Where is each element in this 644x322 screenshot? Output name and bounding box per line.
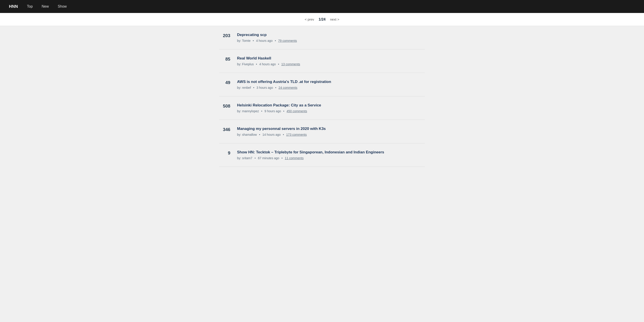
story-title[interactable]: Real World Haskell bbox=[237, 56, 425, 60]
story-comments-link[interactable]: 450 comments bbox=[286, 109, 307, 113]
story-meta: by: renbef • 3 hours ago • 24 comments bbox=[237, 86, 425, 90]
nav-brand[interactable]: HNN bbox=[9, 4, 18, 9]
story-time: 4 hours ago bbox=[259, 62, 276, 66]
story-time: 67 minutes ago bbox=[258, 156, 279, 160]
story-author: Tomte bbox=[242, 39, 250, 42]
pagination-next-button[interactable]: next > bbox=[330, 18, 339, 21]
story-item: 346 Managing my personnal servers in 202… bbox=[219, 120, 425, 143]
story-score: 9 bbox=[219, 150, 237, 156]
story-score: 346 bbox=[219, 126, 237, 132]
story-score: 49 bbox=[219, 80, 237, 85]
story-meta: by: Fiveplus • 4 hours ago • 13 comments bbox=[237, 62, 425, 66]
pagination-current: 1/24 bbox=[319, 18, 326, 22]
story-item: 85 Real World Haskell by: Fiveplus • 4 h… bbox=[219, 50, 425, 73]
story-time: 3 hours ago bbox=[256, 86, 273, 90]
story-author: Fiveplus bbox=[242, 62, 254, 66]
pagination-bar: < prev 1/24 next > bbox=[0, 13, 644, 26]
story-author: mannylopez bbox=[242, 109, 259, 113]
story-author: sritam7 bbox=[242, 156, 252, 160]
story-content: Helsinki Relocation Package: City as a S… bbox=[237, 103, 425, 113]
story-comments-link[interactable]: 79 comments bbox=[278, 39, 297, 42]
story-title[interactable]: Managing my personnal servers in 2020 wi… bbox=[237, 126, 425, 131]
story-item: 9 Show HN: Tecktok – Triplebyte for Sing… bbox=[219, 143, 425, 167]
navbar: HNN Top New Show bbox=[0, 0, 644, 13]
nav-item-show[interactable]: Show bbox=[58, 4, 67, 8]
story-comments-link[interactable]: 173 comments bbox=[286, 133, 307, 136]
story-score: 203 bbox=[219, 33, 237, 38]
story-content: Show HN: Tecktok – Triplebyte for Singap… bbox=[237, 150, 425, 160]
story-author: renbef bbox=[242, 86, 251, 90]
story-content: AWS is not offering Austria's TLD .at fo… bbox=[237, 80, 425, 90]
story-title[interactable]: Deprecating scp bbox=[237, 33, 425, 37]
nav-item-top[interactable]: Top bbox=[27, 4, 33, 8]
story-item: 49 AWS is not offering Austria's TLD .at… bbox=[219, 73, 425, 96]
story-meta: by: shamallow • 14 hours ago • 173 comme… bbox=[237, 133, 425, 136]
story-content: Managing my personnal servers in 2020 wi… bbox=[237, 126, 425, 136]
story-comments-link[interactable]: 11 comments bbox=[285, 156, 304, 160]
story-comments-link[interactable]: 13 comments bbox=[281, 62, 300, 66]
story-meta: by: mannylopez • 9 hours ago • 450 comme… bbox=[237, 109, 425, 113]
story-time: 9 hours ago bbox=[264, 109, 281, 113]
story-content: Deprecating scp by: Tomte • 4 hours ago … bbox=[237, 33, 425, 42]
stories-list: 203 Deprecating scp by: Tomte • 4 hours … bbox=[215, 26, 429, 167]
story-score: 508 bbox=[219, 103, 237, 109]
story-time: 14 hours ago bbox=[262, 133, 281, 136]
nav-item-new[interactable]: New bbox=[42, 4, 49, 8]
pagination-prev-button[interactable]: < prev bbox=[305, 18, 314, 21]
story-title[interactable]: Show HN: Tecktok – Triplebyte for Singap… bbox=[237, 150, 425, 154]
story-score: 85 bbox=[219, 56, 237, 62]
story-title[interactable]: AWS is not offering Austria's TLD .at fo… bbox=[237, 80, 425, 84]
story-title[interactable]: Helsinki Relocation Package: City as a S… bbox=[237, 103, 425, 108]
story-comments-link[interactable]: 24 comments bbox=[278, 86, 298, 90]
story-item: 508 Helsinki Relocation Package: City as… bbox=[219, 96, 425, 120]
story-meta: by: sritam7 • 67 minutes ago • 11 commen… bbox=[237, 156, 425, 160]
story-meta: by: Tomte • 4 hours ago • 79 comments bbox=[237, 39, 425, 42]
story-author: shamallow bbox=[242, 133, 257, 136]
story-item: 203 Deprecating scp by: Tomte • 4 hours … bbox=[219, 26, 425, 50]
story-content: Real World Haskell by: Fiveplus • 4 hour… bbox=[237, 56, 425, 66]
story-time: 4 hours ago bbox=[256, 39, 272, 42]
